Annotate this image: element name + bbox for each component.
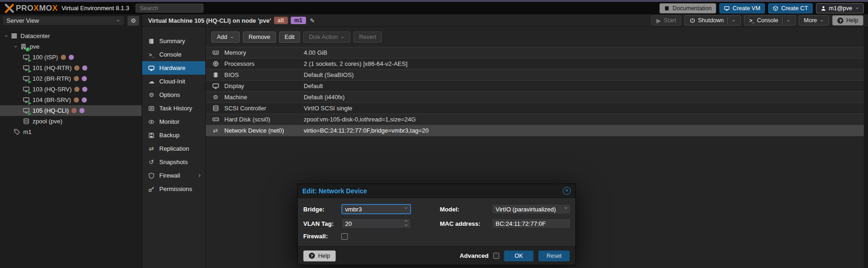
edit-button[interactable]: Edit xyxy=(279,32,300,43)
storage-icon xyxy=(23,118,30,125)
proxmox-logo: PROXMOX Virtual Environment 8.1.3 xyxy=(5,4,129,13)
dialog-titlebar[interactable]: Edit: Network Device × xyxy=(298,184,575,198)
edit-tags-icon[interactable]: ✎ xyxy=(310,17,315,24)
bridge-input[interactable] xyxy=(341,204,411,214)
tree-item-vm-104[interactable]: ▶ 104 (BR-SRV) xyxy=(0,95,142,105)
hw-row-scsi-controller[interactable]: SCSI Controller VirtIO SCSI single xyxy=(206,103,868,114)
menu-label: Hardware xyxy=(159,64,185,71)
vlan-tag-spinner[interactable] xyxy=(341,218,411,229)
vm-menu-cloud-init[interactable]: ☁ Cloud-Init xyxy=(142,75,205,88)
hw-row-display[interactable]: Display Default xyxy=(206,81,868,92)
edit-network-device-dialog: Edit: Network Device × Bridge: Model: VL… xyxy=(297,184,576,265)
documentation-button[interactable]: Documentation xyxy=(659,3,716,13)
tag-dot xyxy=(74,76,79,81)
ok-button[interactable]: OK xyxy=(504,250,534,262)
menu-label: Replication xyxy=(159,145,189,152)
tree-item-pve[interactable]: ✓ pve xyxy=(0,41,142,52)
tag-dot xyxy=(82,65,87,70)
vm-menu-monitor[interactable]: Monitor xyxy=(142,115,205,128)
search-input[interactable] xyxy=(136,4,203,13)
resource-tree-panel: Server View ⚙ Datacenter ✓ pve xyxy=(0,14,142,268)
reset-button[interactable]: Reset xyxy=(538,250,570,262)
chevron-down-icon[interactable] xyxy=(786,19,790,23)
content-scrollbar[interactable] xyxy=(864,27,868,268)
console-button[interactable]: >_ Console xyxy=(744,15,795,26)
vm-menu-snapshots[interactable]: ↺ Snapshots xyxy=(142,155,205,169)
vm-menu-permissions[interactable]: Permissions xyxy=(142,182,205,196)
close-icon[interactable]: × xyxy=(563,187,571,195)
history-icon: ↺ xyxy=(148,159,155,165)
eye-icon xyxy=(148,119,155,125)
proxmox-app: PROXMOX Virtual Environment 8.1.3 Docume… xyxy=(0,0,868,268)
tree-item-zpool[interactable]: zpool (pve) xyxy=(0,116,142,127)
revert-button[interactable]: Revert xyxy=(353,32,382,43)
shutdown-button[interactable]: Shutdown xyxy=(685,15,741,26)
tree-label: 104 (BR-SRV) xyxy=(33,96,71,103)
proxmox-logo-icon xyxy=(5,4,14,13)
model-combo[interactable] xyxy=(492,204,571,214)
hw-row-memory[interactable]: Memory 4.00 GiB xyxy=(206,47,868,58)
gear-icon: ⚙ xyxy=(148,92,155,98)
tag-dot xyxy=(72,108,77,113)
vm-menu-replication[interactable]: ⇄ Replication xyxy=(142,142,205,155)
tree-label: 102 (BR-RTR) xyxy=(33,75,71,82)
tree-item-vm-102[interactable]: ▶ 102 (BR-RTR) xyxy=(0,73,142,84)
remove-label: Remove xyxy=(248,34,270,40)
start-button[interactable]: ▶ Start xyxy=(651,15,681,26)
vlan-tag-input[interactable] xyxy=(341,218,411,229)
tree-label: Datacenter xyxy=(20,32,50,39)
dialog-body: Bridge: Model: VLAN Tag: MAC address: xyxy=(298,198,575,240)
tree-item-m1[interactable]: m1 xyxy=(0,127,142,137)
running-play-icon: ▶ xyxy=(28,69,32,73)
vm-menu-task-history[interactable]: Task History xyxy=(142,102,205,115)
help-button[interactable]: ? Help xyxy=(832,15,863,26)
vm-menu-backup[interactable]: Backup xyxy=(142,128,205,142)
proxmox-wordmark: PROXMOX xyxy=(16,4,58,13)
tree-settings-button[interactable]: ⚙ xyxy=(127,16,139,26)
view-selector[interactable]: Server View xyxy=(2,16,124,26)
tree-item-datacenter[interactable]: Datacenter xyxy=(0,31,142,41)
dialog-title: Edit: Network Device xyxy=(302,187,367,195)
user-menu-button[interactable]: m1@pve xyxy=(816,3,864,13)
user-icon xyxy=(821,6,826,11)
menu-label: Permissions xyxy=(159,185,192,192)
dialog-help-button[interactable]: ? Help xyxy=(303,250,336,262)
more-button[interactable]: More xyxy=(799,15,829,26)
vm-menu-summary[interactable]: Summary xyxy=(142,34,205,48)
mac-address-input[interactable] xyxy=(492,218,571,229)
hw-row-bios[interactable]: BIOS Default (SeaBIOS) xyxy=(206,70,868,81)
hw-row-network-device[interactable]: ⇄ Network Device (net0) virtio=BC:24:11:… xyxy=(206,125,868,136)
disk-action-button[interactable]: Disk Action xyxy=(303,32,350,43)
tree-item-vm-105[interactable]: ▶ 105 (HQ-CLI) xyxy=(0,105,142,116)
mac-address-field[interactable] xyxy=(492,218,571,229)
create-vm-button[interactable]: Create VM xyxy=(719,3,765,13)
vm-menu-options[interactable]: ⚙ Options xyxy=(142,88,205,102)
tree-item-vm-103[interactable]: ▶ 103 (HQ-SRV) xyxy=(0,84,142,95)
add-button[interactable]: Add xyxy=(211,32,240,43)
remove-button[interactable]: Remove xyxy=(243,32,276,43)
firewall-checkbox[interactable] xyxy=(341,233,348,240)
create-ct-button[interactable]: Create CT xyxy=(768,3,813,13)
tree-item-vm-101[interactable]: ▶ 101 (HQ-RTR) xyxy=(0,63,142,73)
play-icon: ▶ xyxy=(656,18,661,24)
tree-item-vm-100[interactable]: ▶ 100 (ISP) xyxy=(0,52,142,63)
tag-icon xyxy=(13,128,20,135)
tree-label: 105 (HQ-CLI) xyxy=(33,107,69,114)
hw-row-value: virtio=BC:24:11:72:77:0F,bridge=vmbr3,ta… xyxy=(304,127,429,134)
tag-dot xyxy=(74,87,79,92)
hw-row-hard-disk[interactable]: Hard Disk (scsi0) zpool:vm-105-disk-0,io… xyxy=(206,114,868,125)
vm-menu-console[interactable]: >_ Console xyxy=(142,48,205,61)
tag-dot xyxy=(82,76,87,81)
database-icon xyxy=(212,105,219,112)
hw-row-value: Default xyxy=(304,83,323,89)
chevron-down-icon[interactable] xyxy=(731,19,736,23)
terminal-icon: >_ xyxy=(749,18,754,23)
model-input[interactable] xyxy=(492,204,571,214)
hw-row-processors[interactable]: Processors 2 (1 sockets, 2 cores) [x86-6… xyxy=(206,58,868,70)
vm-menu-firewall[interactable]: Firewall xyxy=(142,169,205,182)
bridge-combo[interactable] xyxy=(341,204,411,214)
vm-menu-hardware[interactable]: Hardware xyxy=(142,61,205,75)
advanced-checkbox[interactable] xyxy=(493,253,499,259)
hw-row-machine[interactable]: ⚙ Machine Default (i440fx) xyxy=(206,92,868,103)
dialog-help-label: Help xyxy=(318,253,330,259)
